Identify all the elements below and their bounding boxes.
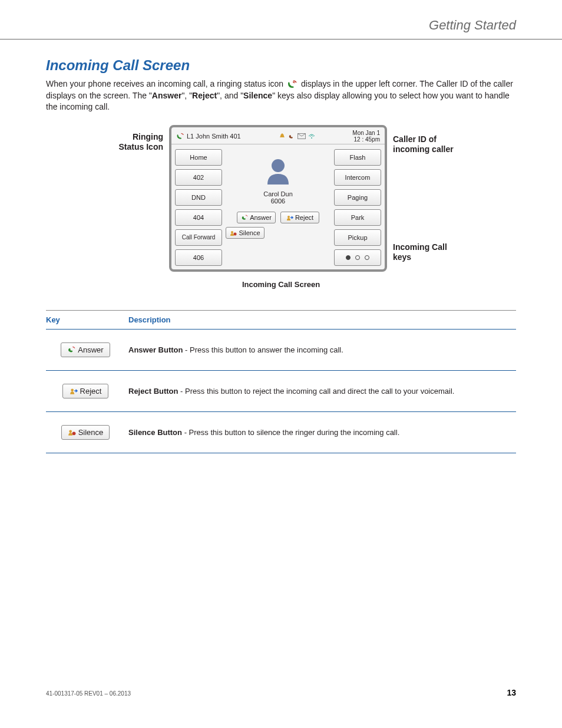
intro-mid2: ", and " (217, 91, 243, 100)
intro-answer-bold: Answer (152, 91, 182, 100)
softkey-park[interactable]: Park (334, 209, 381, 226)
page-content: Incoming Call Screen When your phone rec… (0, 57, 562, 453)
caller-name-text: Carol Dun 6006 (263, 190, 293, 205)
phone-screen-mockup: L1 John Smith 401 Mon Jan 1 12 : 45pm (169, 125, 387, 272)
silence-icon (68, 428, 76, 436)
reject-key-button[interactable]: Reject (62, 384, 108, 398)
svg-point-6 (71, 389, 74, 392)
right-softkey-column: Flash Intercom Paging Park Pickup (334, 149, 381, 266)
answer-icon (67, 345, 75, 354)
softkey-dnd[interactable]: DND (175, 189, 222, 206)
phone-status-bar: L1 John Smith 401 Mon Jan 1 12 : 45pm (171, 127, 385, 144)
answer-key-button[interactable]: Answer (61, 342, 110, 357)
silence-icon (230, 229, 237, 236)
reject-label: Reject (295, 214, 313, 221)
silence-button[interactable]: Silence (226, 227, 265, 239)
callout-left-line1: Ringing (133, 132, 163, 141)
answer-icon (241, 214, 248, 221)
softkey-flash[interactable]: Flash (334, 149, 381, 166)
svg-point-4 (231, 231, 233, 233)
page-indicator[interactable] (334, 249, 381, 266)
silence-description: Silence Button - Press this button to si… (128, 411, 516, 453)
softkey-paging[interactable]: Paging (334, 189, 381, 206)
answer-button[interactable]: Answer (237, 212, 276, 223)
ringing-status-icon (287, 79, 297, 90)
callout-ringing-status: Ringing Status Icon (98, 125, 163, 152)
mail-icon (297, 133, 306, 139)
silence-label: Silence (239, 229, 260, 236)
callout-incoming-keys: Incoming Call keys (393, 242, 464, 262)
intro-mid1: ", " (181, 91, 192, 100)
table-row: Silence Silence Button - Press this butt… (46, 411, 516, 453)
silence-desc-bold: Silence Button (128, 428, 182, 437)
softkey-404[interactable]: 404 (175, 209, 222, 226)
section-title: Incoming Call Screen (46, 57, 516, 74)
date-line2: 12 : 45pm (352, 136, 380, 143)
caller-avatar-icon (260, 153, 296, 188)
bell-icon (279, 133, 286, 140)
svg-point-2 (272, 159, 285, 172)
page-dot-2 (355, 255, 360, 260)
intro-reject-bold: Reject (192, 91, 217, 100)
page-running-header: Getting Started (0, 0, 562, 39)
softkey-pickup[interactable]: Pickup (334, 229, 381, 246)
table-header-key: Key (46, 310, 128, 329)
answer-desc-bold: Answer Button (128, 345, 183, 354)
key-description-table: Key Description Answer Answer Button - P… (46, 310, 516, 453)
page-number: 13 (507, 688, 516, 697)
softkey-intercom[interactable]: Intercom (334, 169, 381, 186)
ringing-status-icon (176, 132, 184, 140)
reject-desc-rest: - Press this button to reject the incomi… (178, 387, 455, 396)
phone-center-area: Carol Dun 6006 Answer Reject (226, 149, 330, 266)
diagram-container: Ringing Status Icon L1 John Smith 401 (46, 125, 516, 272)
softkey-402[interactable]: 402 (175, 169, 222, 186)
softkey-406[interactable]: 406 (175, 249, 222, 266)
intro-text-before: When your phone receives an incoming cal… (46, 79, 286, 88)
date-line1: Mon Jan 1 (352, 130, 380, 136)
silence-key-button[interactable]: Silence (61, 425, 110, 440)
reject-icon (286, 214, 293, 221)
softkey-home[interactable]: Home (175, 149, 222, 166)
answer-desc-rest: - Press this button to answer the incomi… (183, 345, 343, 354)
silence-key-label: Silence (78, 428, 104, 437)
svg-point-1 (311, 137, 312, 139)
callout-left-line2: Status Icon (119, 142, 163, 151)
reject-button[interactable]: Reject (280, 212, 319, 223)
table-row: Answer Answer Button - Press this button… (46, 329, 516, 370)
status-line-text: L1 John Smith 401 (187, 133, 241, 140)
softkey-call-forward[interactable]: Call Forward (175, 229, 222, 246)
reject-icon (70, 387, 78, 395)
svg-point-5 (234, 232, 237, 235)
reject-desc-bold: Reject Button (128, 387, 178, 396)
page-dot-3 (365, 255, 369, 260)
svg-point-7 (69, 430, 72, 433)
silence-desc-rest: - Press this button to silence the ringe… (182, 428, 399, 437)
answer-description: Answer Button - Press this button to ans… (128, 329, 516, 370)
right-callouts: Caller ID of incoming caller Incoming Ca… (393, 125, 464, 262)
intro-paragraph: When your phone receives an incoming cal… (46, 78, 516, 113)
table-header-description: Description (128, 310, 516, 329)
callout-caller-id: Caller ID of incoming caller (393, 134, 464, 154)
signal-icon (308, 133, 315, 140)
figure-caption: Incoming Call Screen (46, 280, 516, 289)
answer-key-label: Answer (78, 345, 103, 354)
reject-key-label: Reject (80, 387, 102, 396)
doc-id: 41-001317-05 REV01 – 06.2013 (46, 690, 131, 697)
intro-silence-bold: Silence (243, 91, 272, 100)
page-dot-1 (346, 255, 351, 260)
svg-point-8 (72, 432, 75, 436)
left-softkey-column: Home 402 DND 404 Call Forward 406 (175, 149, 222, 266)
handset-icon (288, 133, 295, 140)
reject-description: Reject Button - Press this button to rej… (128, 370, 516, 411)
answer-label: Answer (250, 214, 272, 221)
page-header-text: Getting Started (429, 18, 516, 32)
status-date: Mon Jan 1 12 : 45pm (352, 130, 380, 143)
page-footer: 41-001317-05 REV01 – 06.2013 13 (46, 688, 516, 697)
svg-point-3 (287, 216, 290, 218)
table-row: Reject Reject Button - Press this button… (46, 370, 516, 411)
